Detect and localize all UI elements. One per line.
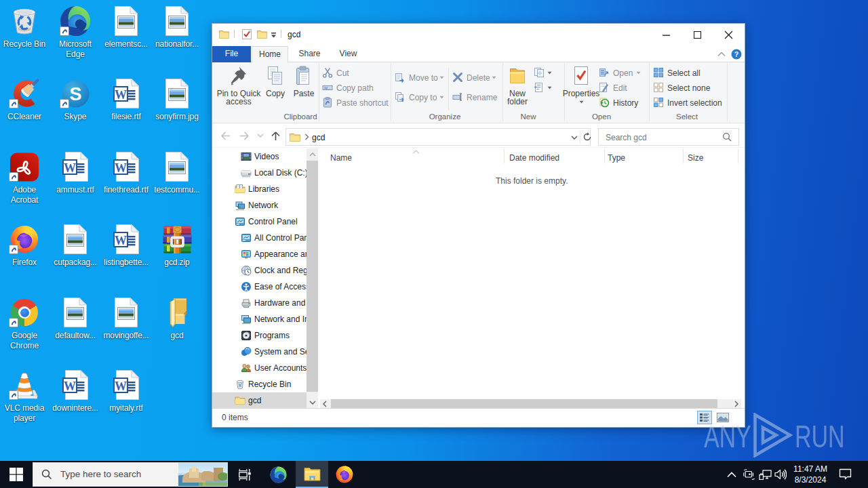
svg-text:W: W	[115, 161, 127, 175]
svg-text:W: W	[64, 380, 76, 393]
svg-text:W: W	[115, 234, 127, 247]
svg-text:W: W	[115, 380, 127, 393]
svg-text:W...: W...	[324, 85, 331, 89]
svg-text:W: W	[115, 88, 127, 102]
svg-text:W: W	[64, 161, 76, 175]
svg-text:S: S	[69, 84, 81, 104]
svg-text:?: ?	[734, 50, 738, 58]
